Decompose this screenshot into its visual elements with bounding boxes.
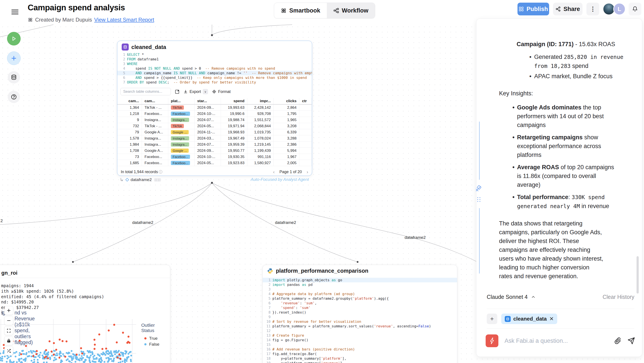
node-header[interactable]: cleaned_data	[122, 44, 166, 51]
code-line[interactable]: 5∨platform_summary = dataframe2.groupby(…	[263, 296, 457, 301]
code-line[interactable]: 8}).reset_index()	[263, 310, 457, 315]
format-button[interactable]: Format	[212, 89, 231, 94]
sql-editor[interactable]: 1∨SELECT *2FROM dataframe13WHERE4 spend …	[117, 52, 312, 86]
help-button[interactable]	[8, 91, 20, 103]
publish-button[interactable]: Publish	[518, 3, 549, 15]
scatter-point	[54, 358, 56, 360]
code-line[interactable]: 6 AND spend > {{spend_limit}} -- Keep on…	[117, 75, 312, 80]
ask-question-input[interactable]	[504, 337, 608, 344]
code-line[interactable]: 1∨SELECT *	[117, 52, 312, 57]
python-editor[interactable]: 1import plotly.graph_objects as go2impor…	[263, 278, 457, 363]
node-platform-performance-comparison[interactable]: platform_performance_comparison 1import …	[262, 265, 457, 363]
more-options-button[interactable]: ⋮	[586, 3, 599, 15]
legend-item-false[interactable]: False	[141, 341, 159, 347]
tab-smartbook[interactable]: Smartbook	[274, 3, 327, 18]
code-line[interactable]: 7ORDER BY spend DESC; -- Order by spend …	[117, 80, 312, 85]
code-line[interactable]: 4# Aggregate data by platform (ad group)	[263, 292, 457, 296]
column-header[interactable]: clicks	[274, 98, 300, 104]
code-line[interactable]: 3	[263, 287, 457, 292]
scatter-point	[86, 356, 88, 358]
code-line[interactable]: 15	[263, 342, 457, 347]
zoom-out-button[interactable]	[4, 316, 13, 325]
code-line[interactable]: 1import plotly.graph_objects as go	[263, 278, 457, 282]
table-row[interactable]: 1,364TikTok - ...TikTok2024-09...19,993.…	[117, 105, 312, 111]
send-icon[interactable]	[628, 337, 635, 344]
code-line[interactable]: 13# Create figure	[263, 333, 457, 338]
column-header[interactable]: star...	[194, 98, 221, 104]
code-line[interactable]: 12	[263, 328, 457, 333]
share-button[interactable]: Share	[553, 3, 582, 15]
export-options-chevron[interactable]: ∨	[203, 89, 208, 94]
prev-page-button[interactable]: ‹	[273, 169, 275, 174]
node-output[interactable]: ↳ dataframe2 ⋮⋮	[120, 177, 161, 182]
table-row[interactable]: 79Google A...Google ...2024-11-...19,968…	[117, 129, 312, 135]
column-header[interactable]: spend	[221, 98, 247, 104]
unpin-icon[interactable]	[475, 185, 482, 192]
table-cell: Instagra...	[168, 135, 194, 141]
scatter-point	[71, 350, 72, 352]
notifications-button[interactable]	[628, 3, 641, 15]
context-chip-cleaned-data[interactable]: cleaned_data ✕	[501, 313, 557, 324]
code-line[interactable]: 16# Add revenue bars (positive direction…	[263, 347, 457, 351]
code-line[interactable]: 18 y=platform_summary['platform'],	[263, 356, 457, 361]
table-row[interactable]: 1,218Faceboo...Faceboo...2024-10-...19,9…	[117, 111, 312, 117]
column-header[interactable]: cam...	[142, 98, 168, 104]
scatter-point	[77, 359, 79, 361]
zoom-in-button[interactable]	[4, 306, 13, 315]
data-sources-button[interactable]	[8, 71, 20, 84]
avatar-initial[interactable]: L	[613, 3, 626, 15]
code-line[interactable]: 14fig = go.Figure()	[263, 338, 457, 342]
code-line[interactable]: 19 x=platform_summary['revenue'],	[263, 361, 457, 363]
column-header[interactable]: cam...	[117, 98, 142, 104]
expand-table-button[interactable]	[175, 89, 180, 94]
scatter-point	[9, 359, 11, 361]
fit-view-button[interactable]	[4, 326, 13, 335]
drag-handle[interactable]: ⋮⋮	[154, 178, 161, 182]
column-header[interactable]: impr...	[247, 98, 274, 104]
code-line[interactable]: 10# Sort by revenue for better visualiza…	[263, 319, 457, 324]
code-line[interactable]: 2import pandas as pd	[263, 282, 457, 287]
next-page-button[interactable]: ›	[306, 169, 308, 174]
result-table[interactable]: cam...cam...plat...star...spendimpr...cl…	[117, 98, 312, 166]
code-line[interactable]: 2FROM dataframe1	[117, 57, 312, 62]
drag-handle-icon[interactable]	[476, 196, 482, 203]
table-row[interactable]: 9Instagra...Instagra...2024-07...19,988.…	[117, 117, 312, 123]
legend-item-true[interactable]: True	[141, 335, 159, 341]
add-node-button[interactable]	[7, 52, 21, 65]
code-line[interactable]: 11platform_summary = platform_summary.so…	[263, 324, 457, 328]
clear-history-button[interactable]: Clear History	[603, 294, 634, 300]
export-button[interactable]: Export ∨	[184, 89, 208, 94]
smart-report-link[interactable]: View Latest Smart Report	[94, 17, 154, 23]
table-row[interactable]: 1,984Instagra...Instagra...2024-07...19,…	[117, 142, 312, 148]
scrollbar-thumb[interactable]	[636, 256, 639, 293]
search-input[interactable]	[120, 88, 171, 95]
lock-button[interactable]	[4, 336, 13, 345]
node-cleaned-data[interactable]: cleaned_data 1∨SELECT *2FROM dataframe13…	[117, 41, 312, 176]
scatter-point	[126, 342, 128, 344]
add-context-button[interactable]: +	[487, 313, 497, 324]
column-header[interactable]: ctr	[300, 98, 312, 104]
code-line[interactable]: 6 'revenue': 'sum',	[263, 301, 457, 305]
code-line[interactable]: 4 spend IS NOT NULL AND spend > 0 -- Rem…	[117, 66, 312, 71]
remove-chip-icon[interactable]: ✕	[549, 316, 554, 322]
code-line[interactable]: 5 AND campaign_name IS NOT NULL AND camp…	[117, 71, 312, 75]
table-row[interactable]: 73Faceboo...Faceboo...2024-10-...19,930.…	[117, 154, 312, 160]
code-line[interactable]: 3WHERE	[117, 62, 312, 66]
tab-workflow[interactable]: Workflow	[327, 3, 375, 18]
node-header[interactable]: platform_performance_comparison	[267, 268, 368, 274]
table-row[interactable]: 1,578Instagra...Instagra...2024-03...19,…	[117, 135, 312, 142]
model-selector[interactable]: Claude Sonnet 4	[487, 294, 536, 300]
table-row[interactable]: 732TikTok - ...TikTok2024-05...19,971.94…	[117, 123, 312, 129]
code-line[interactable]: 9	[263, 315, 457, 319]
table-cell: 1,578	[117, 135, 142, 141]
column-header[interactable]: plat...	[168, 98, 194, 104]
code-line[interactable]: 7 'spend': 'sum'	[263, 305, 457, 310]
table-row[interactable]: 1,685Faceboo...Faceboo...2024-05...19,92…	[117, 160, 312, 166]
menu-icon[interactable]	[12, 10, 18, 15]
run-workflow-button[interactable]	[7, 32, 21, 46]
table-row[interactable]: 1,708Google A...Google ...2024-09...19,9…	[117, 148, 312, 154]
code-line[interactable]: 17fig.add_trace(go.Bar(	[263, 351, 457, 356]
scatter-point	[108, 359, 110, 361]
shuffle-layout-button[interactable]	[4, 346, 13, 355]
attachment-icon[interactable]	[614, 337, 622, 344]
